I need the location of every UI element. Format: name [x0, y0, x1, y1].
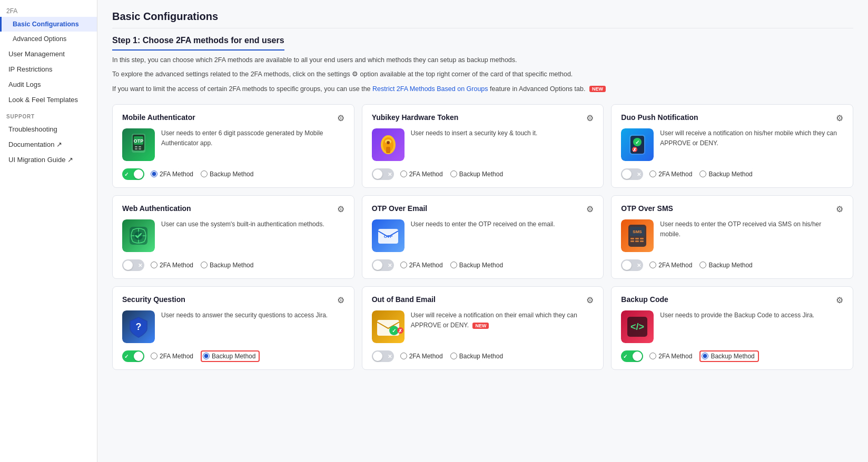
backup-method-label[interactable]: Backup Method: [450, 262, 503, 269]
backup-method-label[interactable]: Backup Method: [702, 353, 754, 360]
twofa-method-label[interactable]: 2FA Method: [400, 353, 443, 360]
twofa-method-label[interactable]: 2FA Method: [151, 170, 193, 178]
twofa-method-radio[interactable]: [400, 170, 407, 177]
card-body: ✓ ✗ User will receive a notification on …: [621, 128, 843, 161]
description-3: If you want to limit the access of certa…: [112, 84, 853, 95]
sidebar-item-troubleshooting[interactable]: Troubleshooting: [0, 122, 97, 137]
backup-method-label[interactable]: Backup Method: [450, 353, 503, 360]
svg-text:SMS: SMS: [633, 229, 643, 234]
toggle-switch[interactable]: ✕: [122, 259, 144, 271]
card-icon: ✓ ✗: [372, 310, 405, 343]
twofa-method-label[interactable]: 2FA Method: [151, 353, 193, 360]
backup-method-text: Backup Method: [711, 353, 754, 360]
toggle-switch[interactable]: ✕: [372, 259, 394, 271]
twofa-method-label[interactable]: 2FA Method: [400, 170, 443, 178]
card-footer: ✕2FA MethodBackup Method: [122, 259, 344, 271]
backup-method-label[interactable]: Backup Method: [450, 170, 503, 178]
card-duo-push: Duo Push Notification⚙ ✓ ✗ User will rec…: [611, 104, 853, 188]
gear-icon[interactable]: ⚙: [586, 295, 594, 305]
svg-rect-35: [630, 240, 634, 242]
svg-text:</>: </>: [630, 322, 644, 332]
sidebar-item-ui-migration[interactable]: UI Migration Guide ↗: [0, 152, 97, 167]
backup-method-label[interactable]: Backup Method: [201, 262, 253, 269]
backup-method-text: Backup Method: [212, 353, 255, 360]
card-footer: ✓2FA MethodBackup Method: [621, 350, 843, 362]
backup-method-radio[interactable]: [201, 262, 208, 268]
card-body: OTP User needs to enter the OTP received…: [372, 219, 594, 252]
twofa-method-label[interactable]: 2FA Method: [649, 353, 692, 360]
gear-icon[interactable]: ⚙: [586, 204, 594, 214]
card-title: Security Question: [122, 295, 185, 304]
toggle-switch[interactable]: ✓: [122, 350, 144, 362]
twofa-method-radio[interactable]: [649, 353, 656, 359]
card-body: User needs to insert a security key & to…: [372, 128, 594, 161]
page-title: Basic Configurations: [112, 11, 853, 23]
card-footer: ✓2FA MethodBackup Method: [122, 168, 344, 180]
gear-icon[interactable]: ⚙: [836, 295, 843, 305]
sidebar-item-advanced-options[interactable]: Advanced Options: [0, 32, 97, 46]
backup-method-radio[interactable]: [450, 262, 457, 268]
twofa-method-label[interactable]: 2FA Method: [400, 262, 443, 269]
card-header: Backup Code⚙: [621, 295, 843, 305]
twofa-method-text: 2FA Method: [160, 170, 193, 178]
card-title: OTP Over Email: [372, 204, 428, 213]
sidebar-item-ip-restrictions[interactable]: IP Restrictions: [0, 62, 97, 77]
backup-method-label[interactable]: Backup Method: [201, 170, 253, 178]
card-icon: SMS: [621, 219, 654, 252]
backup-method-radio[interactable]: [699, 170, 706, 177]
gear-icon[interactable]: ⚙: [586, 113, 594, 123]
toggle-switch[interactable]: ✕: [621, 168, 643, 180]
twofa-method-radio[interactable]: [400, 262, 407, 268]
toggle-switch[interactable]: ✕: [621, 259, 643, 271]
gear-icon[interactable]: ⚙: [337, 295, 344, 305]
card-security-question: Security Question⚙ ? User needs to answe…: [112, 286, 354, 370]
toggle-switch[interactable]: ✕: [372, 350, 394, 362]
card-header: OTP Over Email⚙: [372, 204, 594, 214]
gear-icon[interactable]: ⚙: [836, 113, 843, 123]
sidebar-item-documentation[interactable]: Documentation ↗: [0, 137, 97, 152]
backup-method-radio[interactable]: [450, 353, 457, 359]
twofa-method-radio[interactable]: [151, 353, 157, 359]
svg-text:✗: ✗: [398, 328, 402, 334]
backup-method-radio[interactable]: [699, 262, 706, 268]
twofa-method-label[interactable]: 2FA Method: [151, 262, 193, 269]
gear-icon[interactable]: ⚙: [836, 204, 843, 214]
twofa-method-radio[interactable]: [151, 170, 157, 177]
backup-method-radio[interactable]: [702, 353, 708, 359]
toggle-switch[interactable]: ✓: [621, 350, 643, 362]
backup-method-label[interactable]: Backup Method: [699, 262, 752, 269]
gear-icon[interactable]: ⚙: [337, 113, 344, 123]
card-body: ? User needs to answer the security ques…: [122, 310, 344, 343]
backup-method-label[interactable]: Backup Method: [699, 170, 752, 178]
sidebar-item-look-feel[interactable]: Look & Feel Templates: [0, 92, 97, 107]
backup-method-radio[interactable]: [203, 353, 210, 359]
sidebar-item-basic-configurations[interactable]: Basic Configurations: [0, 17, 97, 32]
twofa-method-label[interactable]: 2FA Method: [649, 170, 692, 178]
svg-rect-32: [630, 238, 634, 239]
card-header: Yubikey Hardware Token⚙: [372, 113, 594, 123]
sidebar-item-audit-logs[interactable]: Audit Logs: [0, 77, 97, 92]
restrict-2fa-link[interactable]: Restrict 2FA Methods Based on Groups: [372, 85, 488, 93]
twofa-method-label[interactable]: 2FA Method: [649, 262, 692, 269]
backup-method-radio[interactable]: [450, 170, 457, 177]
sidebar-item-user-management[interactable]: User Management: [0, 46, 97, 62]
svg-text:OTP: OTP: [134, 138, 144, 144]
card-title: OTP Over SMS: [621, 204, 673, 213]
card-icon: OTP: [122, 128, 155, 161]
gear-icon[interactable]: ⚙: [337, 204, 344, 214]
svg-text:✓: ✓: [392, 328, 396, 334]
twofa-method-text: 2FA Method: [658, 353, 692, 360]
card-desc: User needs to answer the security questi…: [161, 310, 344, 320]
backup-method-radio[interactable]: [201, 170, 208, 177]
card-desc: User will receive a notification on thei…: [411, 310, 594, 330]
twofa-method-radio[interactable]: [649, 262, 656, 268]
backup-method-wrapper: Backup Method: [699, 170, 752, 178]
backup-method-wrapper: Backup Method: [699, 262, 752, 269]
toggle-switch[interactable]: ✓: [122, 168, 144, 180]
twofa-method-radio[interactable]: [400, 353, 407, 359]
toggle-switch[interactable]: ✕: [372, 168, 394, 180]
twofa-method-radio[interactable]: [151, 262, 157, 268]
twofa-method-radio[interactable]: [649, 170, 656, 177]
twofa-method-text: 2FA Method: [409, 170, 443, 178]
backup-method-label[interactable]: Backup Method: [203, 353, 255, 360]
